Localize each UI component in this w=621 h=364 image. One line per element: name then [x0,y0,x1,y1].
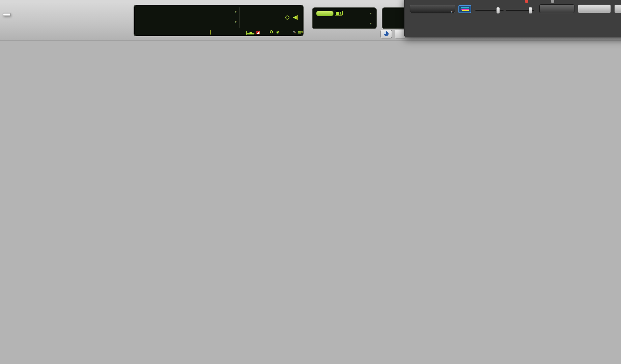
solo-status-badge[interactable] [281,31,283,31]
nudge-dropdown-icon[interactable]: ▼ [369,22,372,25]
clock-button[interactable] [380,30,392,38]
default-button[interactable] [578,4,611,13]
bright-button-partial[interactable] [614,4,621,13]
pencil-auto-icon[interactable]: ✎ [293,30,296,35]
tooltip [3,13,10,16]
target-icon[interactable] [270,30,273,33]
delay-compensation-icon[interactable]: ◢ [256,31,260,34]
speaker-icon[interactable]: ◀| [293,14,298,20]
transport-lcd: ▼ ▼ ◀| | ▂▅▂ ◢ ✳ [134,5,304,36]
apply-to-selected-button[interactable] [458,5,471,13]
grid-dropdown-icon[interactable]: ▼ [369,12,372,15]
grid-display-icon[interactable]: ▦▾ [298,30,303,34]
mute-status-badge[interactable] [287,31,289,31]
grid-nudge-lcd: ▦1 ▼ ▼ [312,7,377,29]
asterisk-icon[interactable]: ✳ [276,30,279,35]
minimize-icon[interactable] [551,0,554,3]
saturation-slider-thumb[interactable] [496,7,500,14]
grid-mode-button[interactable] [316,11,334,16]
close-icon[interactable] [525,0,528,3]
hold-button[interactable] [539,4,574,13]
color-palette-window: ▼ [404,0,621,37]
main-counter-dropdown-icon[interactable]: ▼ [234,10,237,13]
genie-icon[interactable] [285,16,289,20]
saturation-slider[interactable] [475,10,504,11]
grid-icon[interactable]: ▦1 [335,11,343,16]
pro-tools-edit-window: ▼ ▼ ◀| | ▂▅▂ ◢ ✳ [0,0,621,364]
chevron-down-icon: ▼ [450,8,453,16]
palette-target-dropdown[interactable]: ▼ [410,5,455,13]
brightness-slider[interactable] [506,10,534,11]
sub-counter-dropdown-icon[interactable]: ▼ [234,20,237,24]
waveform-badge-icon[interactable]: ▂▅▂ [246,31,255,35]
brightness-slider-thumb[interactable] [529,7,532,14]
